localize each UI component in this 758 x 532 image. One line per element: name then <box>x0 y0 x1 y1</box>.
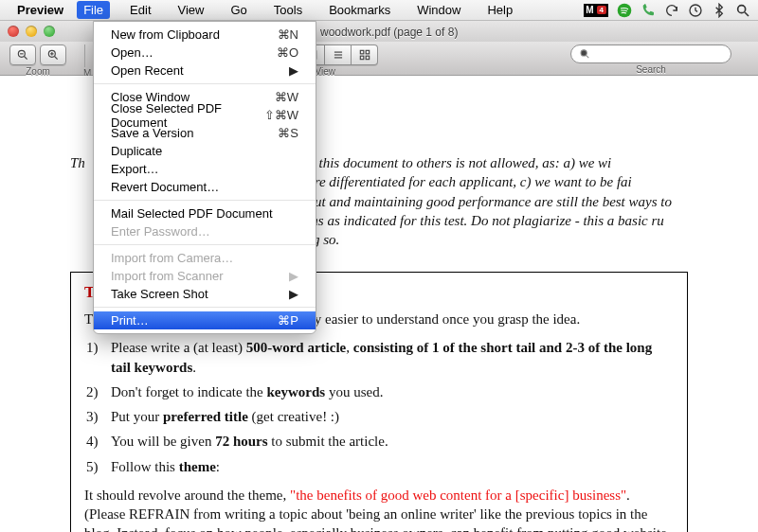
menubar-status-area: M4 <box>584 3 750 18</box>
close-window-button[interactable] <box>8 26 19 37</box>
window-controls <box>8 26 55 37</box>
list-item: Please write a (at least) 500-word artic… <box>84 338 674 377</box>
handwritten-theme: "the benefits of good web content for a … <box>290 488 626 503</box>
search-input[interactable] <box>595 48 723 60</box>
instruction-list: Please write a (at least) 500-word artic… <box>84 338 674 476</box>
menu-file[interactable]: File <box>77 1 110 19</box>
file-menu-item[interactable]: Export… <box>94 160 316 178</box>
zoom-out-button[interactable] <box>9 44 36 65</box>
clock-status-icon[interactable] <box>688 3 703 18</box>
file-menu-item[interactable]: New from Clipboard⌘N <box>94 26 316 44</box>
svg-line-5 <box>25 57 27 60</box>
menu-go[interactable]: Go <box>224 1 253 19</box>
svg-point-21 <box>581 50 587 56</box>
svg-point-2 <box>738 5 746 12</box>
svg-rect-20 <box>366 56 370 60</box>
file-menu-item[interactable]: Revert Document… <box>94 178 316 196</box>
svg-line-22 <box>587 56 589 59</box>
menu-edit[interactable]: Edit <box>123 1 157 19</box>
file-menu-item[interactable]: Close Selected PDF Document⇧⌘W <box>94 106 316 124</box>
window-title: woodwork.pdf (page 1 of 8) <box>300 25 459 39</box>
menu-tools[interactable]: Tools <box>267 1 309 19</box>
menu-window[interactable]: Window <box>410 1 467 19</box>
minimize-window-button[interactable] <box>26 26 37 37</box>
search-field[interactable] <box>570 44 731 63</box>
bluetooth-status-icon[interactable] <box>712 3 727 18</box>
file-menu-item[interactable]: Duplicate <box>94 142 316 160</box>
sync-status-icon[interactable] <box>664 3 679 18</box>
file-menu-item: Enter Password… <box>94 222 316 240</box>
file-menu-item: Import from Scanner▶ <box>94 267 316 285</box>
search-group: Search <box>570 44 731 75</box>
svg-line-3 <box>745 12 749 16</box>
spotify-status-icon[interactable] <box>617 3 632 18</box>
app-name[interactable]: Preview <box>17 3 63 17</box>
file-menu-item[interactable]: Mail Selected PDF Document <box>94 204 316 222</box>
file-menu-dropdown: New from Clipboard⌘NOpen…⌘OOpen Recent▶C… <box>93 21 316 334</box>
file-menu-item: Import from Camera… <box>94 249 316 267</box>
file-menu-item[interactable]: Take Screen Shot▶ <box>94 285 316 303</box>
zoom-window-button[interactable] <box>44 26 55 37</box>
menu-view[interactable]: View <box>171 1 211 19</box>
file-menu-item[interactable]: Open Recent▶ <box>94 62 316 80</box>
svg-rect-17 <box>360 50 364 54</box>
search-icon <box>579 47 590 61</box>
system-menubar: Preview FileEditViewGoToolsBookmarksWind… <box>0 0 758 21</box>
view-contact-sheet-button[interactable] <box>352 44 378 65</box>
zoom-in-button[interactable] <box>40 44 66 65</box>
adobe-status-icon[interactable]: M4 <box>584 4 608 17</box>
svg-line-8 <box>55 57 58 60</box>
move-group: M <box>83 44 91 79</box>
spotlight-icon[interactable] <box>735 3 750 18</box>
phone-status-icon[interactable] <box>641 3 656 18</box>
view-toc-button[interactable] <box>325 44 352 65</box>
list-item: Put your preferred title (get creative! … <box>84 407 674 426</box>
svg-rect-18 <box>366 50 370 54</box>
search-label: Search <box>636 64 666 75</box>
svg-rect-19 <box>360 56 364 60</box>
zoom-group: Zoom <box>9 44 66 77</box>
file-menu-item[interactable]: Print…⌘P <box>94 311 316 329</box>
menu-bookmarks[interactable]: Bookmarks <box>322 1 397 19</box>
menu-help[interactable]: Help <box>480 1 519 19</box>
list-item: You will be given 72 hours to submit the… <box>84 432 674 451</box>
file-menu-item[interactable]: Save a Version⌘S <box>94 124 316 142</box>
closing-paragraph: It should revolve around the theme, "the… <box>84 486 674 532</box>
file-menu-item[interactable]: Open…⌘O <box>94 44 316 62</box>
list-item: Follow this theme: <box>84 457 674 476</box>
list-item: Don't forget to indicate the keywords yo… <box>84 382 674 401</box>
